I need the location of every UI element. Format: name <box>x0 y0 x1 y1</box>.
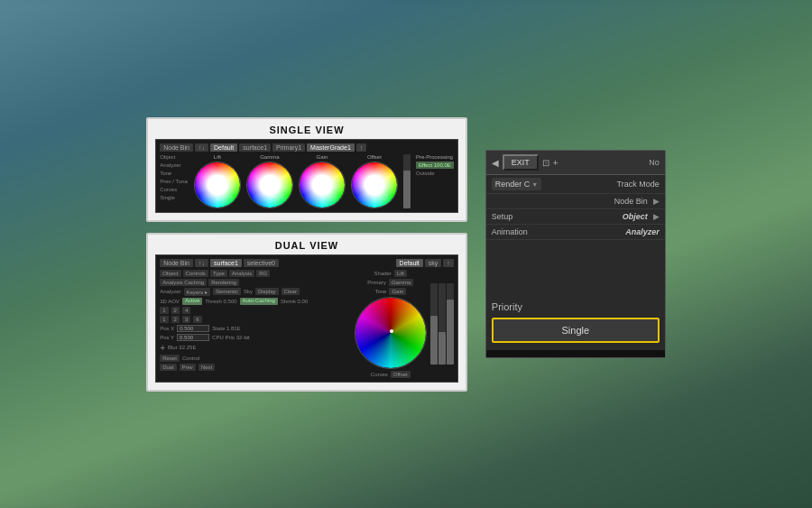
exit-button[interactable]: EXIT <box>503 154 539 171</box>
dual-sky-tab[interactable]: sky <box>425 259 442 267</box>
prevtuna-label: Prev / Tuna <box>160 179 188 184</box>
rg-tab[interactable]: RG <box>256 270 270 277</box>
panel-chevron-icon[interactable]: ◀ <box>492 158 499 168</box>
semantic-tab[interactable]: Semantic <box>213 288 241 295</box>
render-dropdown[interactable]: Render C ▼ <box>492 178 541 190</box>
panel-header: ◀ EXIT ⊡ + No <box>486 151 665 175</box>
dual-selective-tab[interactable]: selective0 <box>244 259 279 267</box>
arrows-tab[interactable]: ↑↓ <box>195 143 208 152</box>
views-panel: SINGLE VIEW Node Bin ↑↓ Default surface1… <box>146 117 467 392</box>
dual-left-panel: Object Controls Type Analysis RG Analysi… <box>160 270 351 378</box>
keyers-tab[interactable]: Keyers ▸ <box>184 288 210 296</box>
object-tab[interactable]: Object <box>160 270 180 277</box>
node-bin-row: Node Bin ▶ <box>486 194 665 209</box>
offset-wheel-group: Offset <box>351 154 398 208</box>
thresh-label: Thresh 0.500 <box>205 299 236 304</box>
sky-label: Sky <box>244 289 253 294</box>
panel-plus-icon[interactable]: + <box>553 158 558 168</box>
display-tab[interactable]: Display <box>255 288 279 295</box>
curves-label: Curves <box>160 187 188 192</box>
surface1-tab[interactable]: surface1 <box>239 143 271 152</box>
slider-a[interactable] <box>430 283 438 365</box>
slider-c[interactable] <box>447 283 454 365</box>
priority-label: Priority <box>492 301 660 312</box>
dual-tab[interactable]: Dual <box>160 364 176 371</box>
animation-row: Animation Analyzer <box>486 225 665 240</box>
offset2-tab[interactable]: Offset <box>391 371 411 378</box>
mastergrade-tab[interactable]: MasterGrade1 <box>307 143 355 152</box>
n3-tab[interactable]: 4 <box>182 307 190 314</box>
gamma-wheel[interactable] <box>246 162 293 208</box>
offset-wheel[interactable] <box>351 162 398 208</box>
slider-b[interactable] <box>438 283 446 365</box>
dual-arrows-tab[interactable]: ↑↓ <box>195 259 208 267</box>
active-btn[interactable]: Active <box>182 298 202 305</box>
primary1-tab[interactable]: Primary1 <box>272 143 305 152</box>
main-content: SINGLE VIEW Node Bin ↑↓ Default surface1… <box>0 0 812 508</box>
offset-dot <box>373 183 376 187</box>
n7-tab[interactable]: 6 <box>193 316 201 323</box>
reset-btn[interactable]: Reset <box>160 355 180 362</box>
controls-tab[interactable]: Controls <box>183 270 208 277</box>
numbers-row: 1 2 4 <box>160 307 351 314</box>
clear-tab[interactable]: Clear <box>281 288 300 295</box>
single-button[interactable]: Single <box>492 318 660 343</box>
lift-dot <box>216 183 219 187</box>
offset-label: Offset <box>367 154 382 160</box>
gain-wheel-group: Gain <box>299 154 346 208</box>
blur-row: + Blur 32.25E <box>160 343 351 353</box>
dual-color-wheel[interactable] <box>355 297 427 369</box>
gain-wheel[interactable] <box>299 162 346 208</box>
slider-1[interactable] <box>403 154 411 208</box>
posy-row: Pos Y 0.500 CPU Prio 32-bit <box>160 334 351 341</box>
n6-tab[interactable]: 3 <box>182 316 190 323</box>
prev-btn[interactable]: Prev <box>180 364 196 371</box>
dual-view-inner: Node Bin ↑↓ surface1 selective0 Default … <box>155 254 458 383</box>
type-tab[interactable]: Type <box>210 270 227 277</box>
n5-tab[interactable]: 2 <box>171 316 180 323</box>
single-left-labels: Object Analyzer Tone Prev / Tuna Curves … <box>160 154 188 208</box>
gamma2-tab[interactable]: Gamma <box>389 279 413 286</box>
dual-default-tab[interactable]: Default <box>396 259 423 267</box>
analysis-caching-tab[interactable]: Analysis Caching <box>160 279 207 286</box>
lift-wheel-group: Lift <box>194 154 241 208</box>
panel-copy-icon[interactable]: ⊡ <box>542 158 549 168</box>
priority-section: Priority Single <box>486 294 665 346</box>
animation-label: Animation <box>492 227 528 236</box>
dual-sliders <box>430 270 454 378</box>
reset-row: Reset Control <box>160 355 351 362</box>
dual-right-labels: Shader Lift <box>374 270 407 277</box>
tone-label: Tone <box>160 171 188 176</box>
gamma-label: Gamma <box>260 154 279 160</box>
posy-input[interactable]: 0.500 <box>177 334 209 341</box>
auto-caching-btn[interactable]: Auto-Caching <box>240 298 278 305</box>
posx-input[interactable]: 0.500 <box>177 325 209 332</box>
rendering-tab[interactable]: Rendering <box>208 279 239 286</box>
dual-up-tab[interactable]: ↑ <box>443 259 454 267</box>
up-tab[interactable]: ↑ <box>356 143 367 152</box>
n4-tab[interactable]: 1 <box>160 316 168 323</box>
gain-dot <box>322 182 326 186</box>
dual-wheel-dot <box>390 329 393 333</box>
outside-label: Outside <box>416 171 454 176</box>
render-label: Render C <box>495 180 531 189</box>
single-view-inner: Node Bin ↑↓ Default surface1 Primary1 Ma… <box>155 139 458 213</box>
dual-nodebin-tab[interactable]: Node Bin <box>160 259 193 267</box>
dual-surface-tab[interactable]: surface1 <box>210 259 242 267</box>
lift-tab[interactable]: Lift <box>394 270 407 277</box>
analysis-tab[interactable]: Analysis <box>229 270 254 277</box>
node-bin-tab[interactable]: Node Bin <box>160 143 193 152</box>
n1-tab[interactable]: 1 <box>160 307 168 314</box>
panel-no-label: No <box>649 158 660 167</box>
analyzer-label: Analyzer <box>160 162 188 168</box>
lift-wheel[interactable] <box>194 162 241 208</box>
object-label: Object <box>160 154 188 160</box>
gamma-wheel-group: Gamma <box>246 154 293 208</box>
posx-row: Pos X 0.500 State 1.81E <box>160 325 351 332</box>
default-tab[interactable]: Default <box>210 143 237 152</box>
analyzer-row: Analyzer Keyers ▸ Semantic Sky Display C… <box>160 288 351 296</box>
next-btn[interactable]: Next <box>198 364 215 371</box>
n2-tab[interactable]: 2 <box>171 307 180 314</box>
gain2-tab[interactable]: Gain <box>389 288 406 295</box>
dual-row: Object Controls Type Analysis RG Analysi… <box>160 270 454 378</box>
